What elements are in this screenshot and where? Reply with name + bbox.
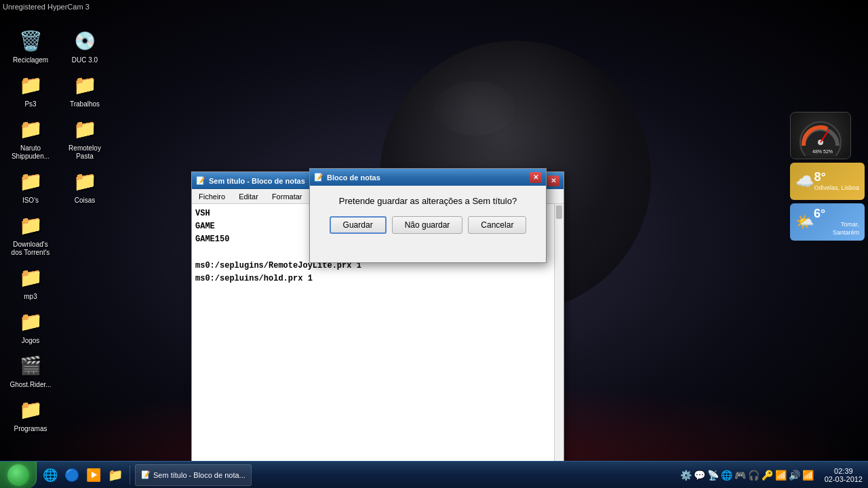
taskbar: 🌐 🔵 ▶️ 📁 📝 Sem título - Bloco de nota...… bbox=[0, 461, 868, 488]
tray-icon-2: 💬 bbox=[694, 470, 705, 481]
tray-icon-1: ⚙️ bbox=[680, 470, 692, 481]
dialog-titlebar[interactable]: 📝 Bloco de notas ✕ bbox=[310, 169, 546, 186]
dialog-title-text: Bloco de notas bbox=[327, 174, 380, 182]
icon-label: Naruto Shippuden... bbox=[7, 144, 54, 161]
menu-ficheiro[interactable]: Ficheiro bbox=[195, 191, 229, 202]
clock-date: 02-03-2012 bbox=[825, 475, 863, 483]
tray-icon-8: 📶 bbox=[775, 470, 787, 481]
start-button[interactable] bbox=[0, 462, 37, 489]
desktop-icon-isos[interactable]: 📁 ISO's bbox=[7, 167, 54, 205]
icon-label: Coisas bbox=[75, 197, 96, 205]
taskbar-clock[interactable]: 02:39 02-03-2012 bbox=[819, 467, 868, 483]
menu-editar[interactable]: Editar bbox=[235, 191, 262, 202]
icon-label: Programas bbox=[14, 425, 47, 433]
app-icon: 💿 bbox=[71, 27, 98, 54]
tomar-city: Tomar, Santarém bbox=[814, 221, 859, 237]
icon-label: ISO's bbox=[22, 197, 39, 205]
menu-formatar[interactable]: Formatar bbox=[268, 191, 307, 202]
icon-label: Remoteloy Pasta bbox=[61, 144, 108, 161]
icon-label: Ghost.Rider... bbox=[9, 381, 51, 389]
save-dialog: 📝 Bloco de notas ✕ Pretende guardar as a… bbox=[309, 168, 547, 263]
notepad-title-text: Sem título - Bloco de notas bbox=[209, 177, 305, 185]
icon-label: DUC 3.0 bbox=[72, 56, 98, 64]
taskbar-icons: 🌐 🔵 ▶️ 📁 📝 Sem título - Bloco de nota... bbox=[37, 464, 675, 486]
nao-guardar-button[interactable]: Não guardar bbox=[392, 216, 463, 234]
notepad-app-label: Sem título - Bloco de nota... bbox=[153, 471, 245, 479]
folder-icon: 📁 bbox=[71, 167, 98, 195]
folder-icon: 📁 bbox=[71, 115, 98, 142]
folder-icon: 📁 bbox=[17, 308, 44, 335]
speedometer-widget: 48% 52% bbox=[790, 112, 851, 159]
desktop-icon-mp3[interactable]: 📁 mp3 bbox=[7, 264, 54, 301]
taskbar-folder-icon[interactable]: 📁 bbox=[105, 465, 125, 485]
desktop-icon-ps3[interactable]: 📁 Ps3 bbox=[7, 71, 54, 108]
tray-icon-3: 📡 bbox=[707, 470, 719, 481]
system-tray: ⚙️ 💬 📡 🌐 🎮 🎧 🔑 📶 🔊 📶 bbox=[675, 470, 819, 481]
desktop-icon-remoteloy[interactable]: 📁 Remoteloy Pasta bbox=[61, 115, 108, 161]
dialog-buttons: Guardar Não guardar Cancelar bbox=[310, 213, 546, 241]
folder-icon: 📁 bbox=[17, 396, 44, 423]
desktop-icon-trabalhos[interactable]: 📁 Trabalhos bbox=[61, 71, 108, 108]
dialog-title-icon: 📝 bbox=[314, 173, 323, 182]
notepad-app-icon: 📝 bbox=[141, 470, 151, 479]
guardar-button[interactable]: Guardar bbox=[330, 216, 387, 234]
desktop-icon-jogos[interactable]: 📁 Jogos bbox=[7, 308, 54, 345]
dialog-message: Pretende guardar as alterações a Sem tít… bbox=[310, 186, 546, 213]
clock-time: 02:39 bbox=[825, 467, 863, 475]
cancelar-button[interactable]: Cancelar bbox=[468, 216, 526, 234]
lisbon-city: Odivelas, Lisboa bbox=[814, 184, 859, 192]
taskbar-separator bbox=[130, 466, 130, 485]
svg-text:52%: 52% bbox=[823, 149, 833, 154]
notepad-title-icon: 📝 bbox=[196, 176, 205, 185]
tray-icon-7: 🔑 bbox=[762, 470, 773, 481]
taskbar-notepad-app[interactable]: 📝 Sem título - Bloco de nota... bbox=[135, 464, 252, 486]
tray-volume-icon[interactable]: 🔊 bbox=[789, 470, 800, 481]
icon-label: Trabalhos bbox=[70, 100, 100, 108]
folder-icon: 📁 bbox=[17, 264, 44, 291]
desktop-icon-downloads[interactable]: 📁 Download's dos Torrent's bbox=[7, 211, 54, 257]
lisbon-temp: 8° bbox=[814, 170, 859, 184]
dialog-close-button[interactable]: ✕ bbox=[530, 172, 542, 183]
desktop-icon-coisas[interactable]: 📁 Coisas bbox=[61, 167, 108, 205]
desktop-icon-duc[interactable]: 💿 DUC 3.0 bbox=[61, 27, 108, 64]
svg-text:48%: 48% bbox=[812, 149, 822, 154]
icon-label: Jogos bbox=[22, 337, 40, 345]
folder-icon: 📁 bbox=[71, 71, 98, 98]
folder-icon: 📁 bbox=[17, 211, 44, 239]
tray-icon-4: 🌐 bbox=[721, 470, 732, 481]
desktop-icon-reciclagem[interactable]: 🗑️ Reciclagem bbox=[7, 27, 54, 64]
weather-tomar-widget: 🌤️ 6° Tomar, Santarém bbox=[790, 203, 865, 241]
watermark-text: Unregistered HyperCam 3 bbox=[3, 3, 90, 11]
close-button[interactable]: ✕ bbox=[547, 176, 559, 186]
right-widgets: 48% 52% ☁️ 8° Odivelas, Lisboa 🌤️ 6° Tom… bbox=[787, 108, 868, 244]
folder-icon: 📁 bbox=[17, 115, 44, 142]
taskbar-chrome-icon[interactable]: 🔵 bbox=[62, 465, 82, 485]
desktop-icon-programas[interactable]: 📁 Programas bbox=[7, 396, 54, 433]
tray-network-icon[interactable]: 📶 bbox=[802, 470, 814, 481]
recycle-icon: 🗑️ bbox=[17, 27, 44, 54]
tomar-temp: 6° bbox=[814, 207, 859, 221]
desktop-icon-area: 🗑️ Reciclagem 📁 Ps3 📁 Naruto Shippuden..… bbox=[0, 7, 102, 461]
tray-icon-5: 🎮 bbox=[734, 470, 746, 481]
icon-label: Download's dos Torrent's bbox=[7, 241, 54, 257]
icon-label: Reciclagem bbox=[13, 56, 48, 64]
desktop-icon-naruto[interactable]: 📁 Naruto Shippuden... bbox=[7, 115, 54, 161]
taskbar-media-icon[interactable]: ▶️ bbox=[83, 465, 104, 485]
icon-label: mp3 bbox=[24, 293, 37, 301]
desktop: Unregistered HyperCam 3 🗑️ Reciclagem 📁 … bbox=[0, 0, 868, 488]
desktop-icon-ghostrider[interactable]: 🎬 Ghost.Rider... bbox=[7, 352, 54, 389]
tray-icon-6: 🎧 bbox=[748, 470, 760, 481]
taskbar-ie-icon[interactable]: 🌐 bbox=[40, 465, 60, 485]
folder-icon: 📁 bbox=[17, 167, 44, 195]
dialog-window-buttons: ✕ bbox=[530, 172, 542, 183]
file-icon: 🎬 bbox=[17, 352, 44, 379]
start-orb bbox=[7, 464, 29, 486]
icon-label: Ps3 bbox=[24, 100, 36, 108]
weather-lisbon-widget: ☁️ 8° Odivelas, Lisboa bbox=[790, 163, 865, 200]
folder-icon: 📁 bbox=[17, 71, 44, 98]
